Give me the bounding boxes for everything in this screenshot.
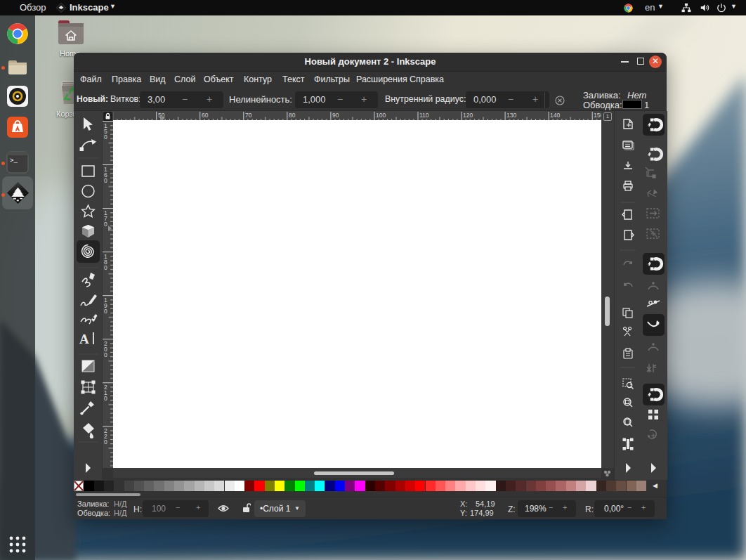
svg-text:90: 90: [332, 112, 339, 119]
svg-text:A: A: [79, 332, 89, 346]
svg-text:150: 150: [594, 112, 601, 119]
svg-text:0: 0: [104, 177, 107, 184]
svg-text:0: 0: [104, 308, 107, 315]
svg-text:0: 0: [104, 221, 107, 228]
svg-text:120: 120: [463, 112, 473, 119]
svg-text:0: 0: [104, 351, 107, 358]
svg-text:70: 70: [245, 112, 252, 119]
svg-text:60: 60: [202, 112, 209, 119]
svg-text:110: 110: [419, 112, 429, 119]
svg-text:140: 140: [550, 112, 560, 119]
svg-text:>_: >_: [10, 157, 18, 164]
svg-text:130: 130: [506, 112, 516, 119]
svg-text:0: 0: [104, 264, 107, 271]
svg-text:0: 0: [104, 438, 107, 445]
svg-text:0: 0: [104, 134, 107, 141]
svg-text:0: 0: [104, 395, 107, 402]
svg-text:100: 100: [376, 112, 386, 119]
svg-text:80: 80: [289, 112, 296, 119]
